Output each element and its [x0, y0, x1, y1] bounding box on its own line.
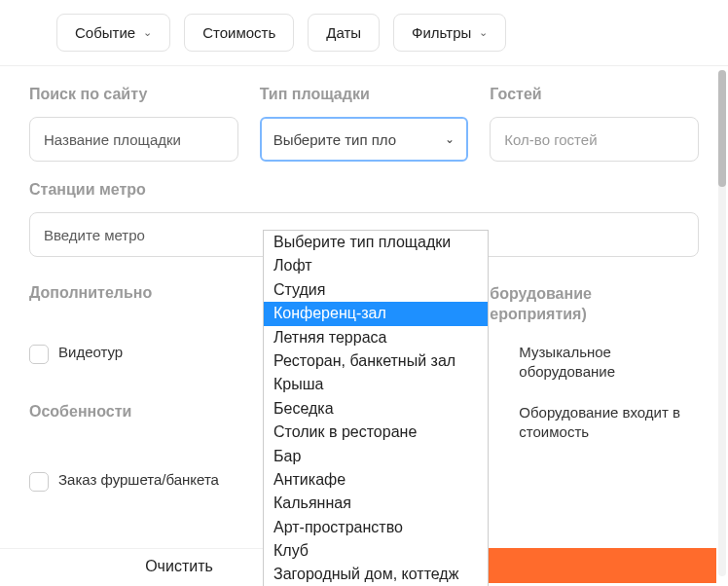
guests-input[interactable] [490, 117, 699, 162]
venue-type-label: Тип площадки [260, 86, 469, 103]
venue-type-select[interactable]: Выберите тип пло ⌄ [260, 117, 469, 162]
catering-item[interactable]: Заказ фуршета/банкета [29, 470, 238, 492]
filter-panel-scroll: Поиск по сайту Тип площадки Выберите тип… [0, 65, 728, 583]
equipment-included-item[interactable]: Оборудование входит в стоимость [490, 403, 699, 443]
equipment-label-l1: борудование [490, 285, 592, 302]
event-filter-button[interactable]: Событие ⌄ [56, 14, 170, 52]
videotour-checkbox[interactable] [29, 345, 49, 364]
metro-label: Станции метро [29, 181, 699, 199]
price-filter-button[interactable]: Стоимость [184, 14, 294, 52]
dropdown-option[interactable]: Студия [264, 278, 488, 302]
dropdown-option[interactable]: Загородный дом, коттедж [264, 563, 488, 586]
dropdown-option[interactable]: Антикафе [264, 468, 488, 492]
search-column: Поиск по сайту [29, 86, 238, 162]
additional-label: Дополнительно [29, 284, 238, 325]
chevron-down-icon: ⌄ [445, 132, 455, 146]
chevron-down-icon: ⌄ [143, 26, 152, 39]
venue-type-dropdown[interactable]: Выберите тип площадкиЛофтСтудияКонференц… [263, 230, 489, 586]
search-label: Поиск по сайту [29, 86, 238, 103]
guests-column: Гостей [490, 86, 699, 162]
dates-filter-button[interactable]: Даты [308, 14, 380, 52]
venue-type-selected-text: Выберите тип пло [273, 131, 396, 148]
dropdown-option[interactable]: Ресторан, банкетный зал [264, 349, 488, 373]
guests-label: Гостей [490, 86, 699, 103]
equipment-label: борудование ероприятия) [490, 284, 699, 325]
features-header: Особенности [29, 403, 238, 455]
top-filter-bar: Событие ⌄ Стоимость Даты Фильтры ⌄ [0, 0, 728, 65]
catering-checkbox[interactable] [29, 472, 49, 492]
features-label: Особенности [29, 403, 238, 421]
equipment-label-l2: ероприятия) [490, 306, 586, 322]
dropdown-option[interactable]: Беседка [264, 397, 488, 421]
dropdown-option[interactable]: Лофт [264, 254, 488, 277]
music-equipment-item[interactable]: Музыкальное оборудование [490, 343, 699, 383]
filters-label: Фильтры [412, 24, 471, 41]
music-equipment-label: Музыкальное оборудование [519, 343, 699, 383]
equipment-included-label: Оборудование входит в стоимость [519, 403, 699, 443]
dropdown-option[interactable]: Арт-пространство [264, 516, 488, 539]
videotour-label: Видеотур [58, 343, 123, 362]
dropdown-option[interactable]: Выберите тип площадки [264, 231, 488, 254]
dropdown-option[interactable]: Столик в ресторане [264, 421, 488, 444]
event-filter-label: Событие [75, 24, 135, 41]
dropdown-option[interactable]: Бар [264, 445, 488, 468]
clear-label: Очистить [145, 558, 213, 575]
venue-name-input[interactable] [29, 117, 238, 162]
filters-button[interactable]: Фильтры ⌄ [393, 14, 506, 52]
dropdown-option[interactable]: Кальянная [264, 492, 488, 515]
dates-filter-label: Даты [326, 24, 361, 41]
dropdown-option[interactable]: Летняя терраса [264, 326, 488, 349]
venue-type-column: Тип площадки Выберите тип пло ⌄ [260, 86, 469, 162]
dropdown-option[interactable]: Клуб [264, 539, 488, 563]
catering-label: Заказ фуршета/банкета [58, 470, 219, 490]
videotour-item[interactable]: Видеотур [29, 343, 238, 383]
price-filter-label: Стоимость [202, 24, 275, 41]
chevron-down-icon: ⌄ [479, 26, 488, 39]
dropdown-option[interactable]: Крыша [264, 373, 488, 396]
dropdown-option[interactable]: Конференц-зал [264, 302, 488, 325]
